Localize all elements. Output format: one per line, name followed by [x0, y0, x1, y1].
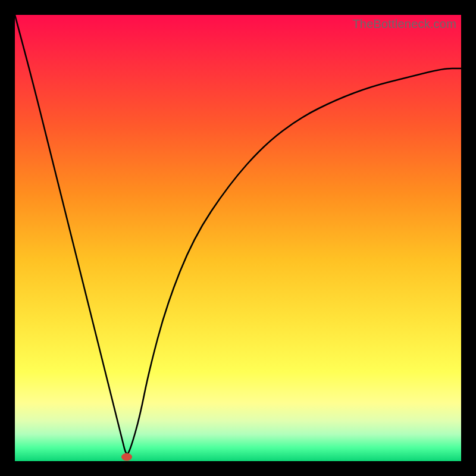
minimum-marker-icon: [121, 453, 132, 461]
bottleneck-curve: [15, 15, 461, 461]
chart-frame: TheBottleneck.com: [15, 15, 461, 461]
watermark-text: TheBottleneck.com: [352, 17, 456, 31]
curve-path: [15, 15, 461, 454]
